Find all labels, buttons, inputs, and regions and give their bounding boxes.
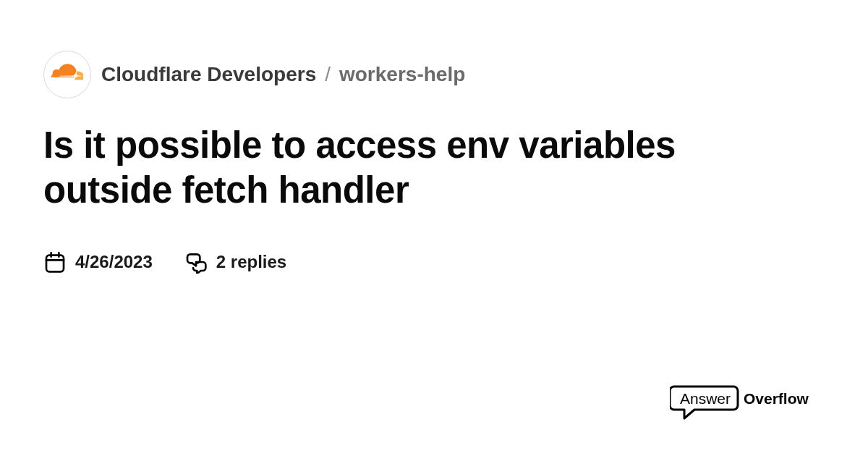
community-name: Cloudflare Developers (101, 63, 316, 86)
community-avatar (43, 51, 91, 98)
svg-text:Overflow: Overflow (744, 390, 809, 407)
channel-name: workers-help (339, 63, 465, 86)
post-title: Is it possible to access env variables o… (43, 123, 810, 213)
post-replies: 2 replies (184, 250, 286, 274)
svg-text:Answer: Answer (680, 390, 731, 407)
cloudflare-icon (51, 64, 83, 85)
svg-rect-0 (46, 256, 64, 272)
date-text: 4/26/2023 (75, 252, 153, 272)
post-meta: 4/26/2023 2 replies (43, 250, 825, 274)
answeroverflow-logo: Answer Overflow (670, 381, 832, 424)
replies-text: 2 replies (216, 252, 286, 272)
post-date: 4/26/2023 (43, 250, 153, 274)
replies-icon (184, 250, 208, 274)
breadcrumb: Cloudflare Developers / workers-help (43, 51, 825, 98)
calendar-icon (43, 250, 67, 274)
breadcrumb-separator: / (325, 63, 331, 86)
